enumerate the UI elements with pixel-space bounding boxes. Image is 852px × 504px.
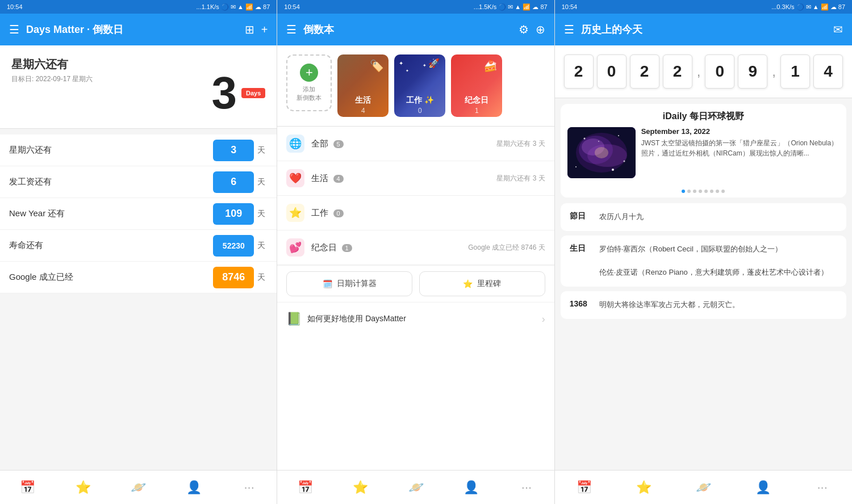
event-name: 寿命还有	[9, 240, 213, 251]
anniversary-card-count: 1	[451, 107, 502, 115]
status-bar-2: 10:54 ...1.5K/s 🔵 ✉ ▲ 📶 ☁ 87	[277, 0, 554, 14]
guide-book-icon: 📗	[286, 312, 302, 326]
dot-indicator	[561, 185, 846, 198]
notebook-cards: + 添加 新倒数本 🏷️ 生活 4 🚀 ✦ ✦ ✦ 工作 ✨ 0 🍰 纪念日 1	[277, 45, 554, 127]
event-name: 发工资还有	[9, 177, 213, 187]
event-name: New Year 还有	[9, 208, 213, 219]
star-deco-2: ✦	[406, 69, 409, 73]
list-item[interactable]: 🌐 全部 5 星期六还有 3 天	[277, 127, 554, 161]
notebook-card-life[interactable]: 🏷️ 生活 4	[337, 54, 389, 117]
event-count: 52230	[213, 235, 254, 257]
share-icon[interactable]: ✉	[833, 23, 843, 36]
menu-icon-3[interactable]: ☰	[564, 23, 574, 36]
list-item[interactable]: ❤️ 生活 4 星期六还有 3 天	[277, 161, 554, 196]
nav-item-star-3[interactable]: ⭐	[614, 471, 674, 504]
cat-name-all: 全部 5	[311, 138, 496, 149]
dot-8	[721, 190, 725, 193]
dot-2	[687, 190, 691, 193]
settings-icon[interactable]: ⚙	[519, 23, 529, 36]
svg-point-9	[598, 141, 599, 142]
nav-item-more-3[interactable]: ···	[792, 471, 852, 504]
calculator-icon: 🗓️	[323, 279, 332, 288]
table-row[interactable]: 寿命还有 52230 天	[0, 230, 277, 262]
nav-item-planet-3[interactable]: 🪐	[674, 471, 733, 504]
nebula-svg	[567, 127, 636, 178]
menu-icon-1[interactable]: ☰	[9, 23, 19, 36]
add-notebook-icon[interactable]: ⊕	[536, 23, 545, 36]
more-icon: ···	[244, 480, 254, 495]
cat-name-anniversary: 纪念日 1	[311, 242, 468, 253]
table-row[interactable]: New Year 还有 109 天	[0, 198, 277, 230]
date-sep-2: ,	[772, 64, 776, 79]
nav-item-planet[interactable]: 🪐	[111, 471, 166, 504]
tools-row: 🗓️ 日期计算器 ⭐ 里程碑	[277, 265, 554, 302]
add-icon-1[interactable]: +	[261, 23, 268, 36]
date-digit-4: 2	[663, 54, 692, 89]
notebook-title: 倒数本	[303, 23, 511, 36]
event-count: 6	[213, 171, 254, 193]
grid-icon-1[interactable]: ⊞	[245, 23, 254, 36]
anniversary-icon: 💕	[286, 238, 304, 257]
nav-item-profile-2[interactable]: 👤	[444, 471, 499, 504]
cat-badge-life: 4	[333, 175, 344, 183]
nav-item-calendar[interactable]: 📅	[0, 471, 55, 504]
menu-icon-2[interactable]: ☰	[286, 23, 296, 36]
status-time-2: 10:54	[284, 3, 300, 10]
all-icon: 🌐	[286, 135, 304, 153]
birthday-row: 生日 罗伯特·塞西尔（Robert Cecil，国际联盟的创始人之一） 伦佐·皮…	[570, 243, 837, 279]
idaily-body: September 13, 2022 JWST 太空望远镜拍摄的第一张「猎户座星…	[561, 127, 846, 185]
star-deco-3: ✦	[423, 63, 427, 68]
notebook-card-work[interactable]: 🚀 ✦ ✦ ✦ 工作 ✨ 0	[394, 54, 445, 117]
planet-icon-3: 🪐	[696, 480, 711, 495]
milestone-button[interactable]: ⭐ 里程碑	[419, 271, 545, 296]
star-icon: ⭐	[76, 480, 91, 495]
event-unit: 天	[257, 272, 268, 283]
planet-icon: 🪐	[131, 480, 146, 495]
planet-icon-2: 🪐	[408, 480, 424, 495]
event-name: Google 成立已经	[9, 272, 213, 283]
status-icons-2: ...1.5K/s 🔵 ✉ ▲ 📶 ☁ 87	[474, 3, 548, 11]
event-count: 109	[213, 203, 254, 225]
guide-row[interactable]: 📗 如何更好地使用 DaysMatter ›	[277, 302, 554, 335]
cat-name-work: 工作 0	[311, 208, 545, 219]
nav-item-star-2[interactable]: ⭐	[333, 471, 388, 504]
event-name: 星期六还有	[9, 145, 213, 156]
nav-item-profile-3[interactable]: 👤	[733, 471, 793, 504]
nav-item-star[interactable]: ⭐	[55, 471, 110, 504]
event-count: 3	[213, 140, 254, 161]
status-time-3: 10:54	[562, 3, 578, 10]
table-row[interactable]: 发工资还有 6 天	[0, 166, 277, 198]
star-icon-3: ⭐	[636, 480, 651, 495]
dot-5	[704, 190, 708, 193]
date-sep-1: ,	[697, 64, 701, 79]
add-card-plus-icon: +	[300, 64, 318, 82]
svg-point-6	[618, 135, 619, 136]
nav-item-calendar-3[interactable]: 📅	[555, 471, 615, 504]
table-row[interactable]: Google 成立已经 8746 天	[0, 262, 277, 293]
festival-row: 節日 农历八月十九	[570, 211, 837, 223]
calendar-icon-3: 📅	[577, 480, 592, 495]
nav-item-profile[interactable]: 👤	[166, 471, 221, 504]
idaily-card: iDaily 每日环球视野	[561, 104, 846, 198]
list-item[interactable]: ⭐ 工作 0	[277, 196, 554, 230]
profile-icon: 👤	[186, 480, 202, 495]
festival-content: 农历八月十九	[599, 211, 837, 223]
event-list: 星期六还有 3 天 发工资还有 6 天 New Year 还有 109 天 寿命…	[0, 135, 277, 293]
nav-item-more[interactable]: ···	[222, 471, 277, 504]
main-panels: 10:54 ...1.1K/s 🔵 ✉ ▲ 📶 ☁ 87 ☰ Days Matt…	[0, 0, 852, 504]
nav-item-more-2[interactable]: ···	[499, 471, 554, 504]
list-item[interactable]: 💕 纪念日 1 Google 成立已经 8746 天	[277, 230, 554, 265]
bottom-nav-3: 📅 ⭐ 🪐 👤 ···	[555, 470, 852, 504]
more-icon-2: ···	[521, 480, 532, 495]
notebook-card-anniversary[interactable]: 🍰 纪念日 1	[451, 54, 502, 117]
nav-item-calendar-2[interactable]: 📅	[277, 471, 332, 504]
nav-item-planet-2[interactable]: 🪐	[388, 471, 443, 504]
date-calculator-button[interactable]: 🗓️ 日期计算器	[286, 271, 412, 296]
add-notebook-card[interactable]: + 添加 新倒数本	[286, 54, 332, 111]
dot-4	[699, 190, 702, 193]
bottom-nav-1: 📅 ⭐ 🪐 👤 ···	[0, 470, 277, 504]
status-icons-1: ...1.1K/s 🔵 ✉ ▲ 📶 ☁ 87	[197, 3, 270, 11]
svg-point-7	[623, 161, 625, 162]
calendar-icon: 📅	[20, 480, 35, 495]
table-row[interactable]: 星期六还有 3 天	[0, 135, 277, 166]
